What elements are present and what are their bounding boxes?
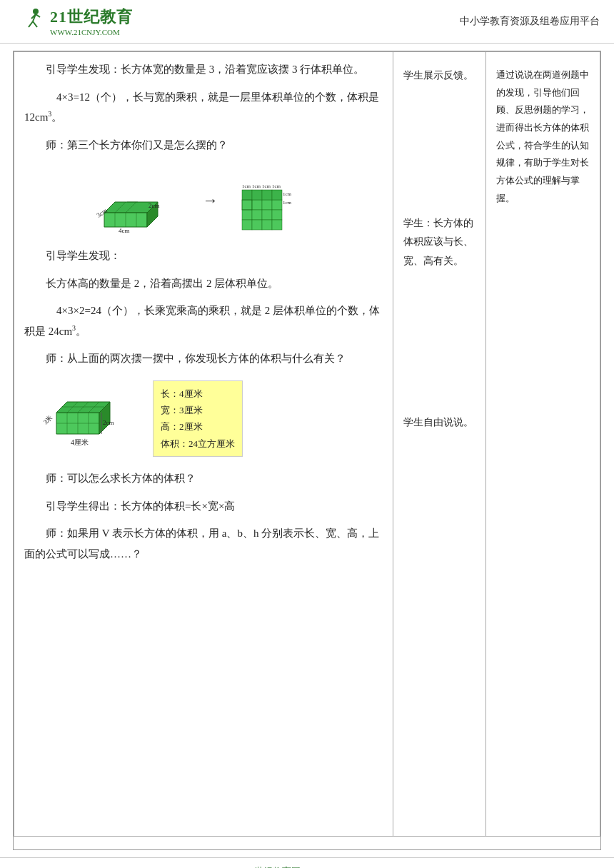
svg-line-5 <box>36 14 40 17</box>
para-1: 引导学生发现：长方体宽的数量是 3，沿着宽应该摆 3 行体积单位。 <box>24 59 383 80</box>
diagram-2: 4厘米 3米 2cm 长：4厘米 宽：3厘米 高：2厘米 体积：24立方厘米 <box>46 380 383 458</box>
svg-text:3米: 3米 <box>42 414 54 425</box>
svg-rect-20 <box>252 200 262 210</box>
para-discover: 引导学生发现： <box>24 246 383 266</box>
notes-text: 通过说说在两道例题中的发现，引导他们回顾、反思例题的学习，进而得出长方体的体积公… <box>496 59 590 208</box>
logo-icon <box>14 6 46 37</box>
box-3d-svg-1: 2cm 4cm 3cm <box>97 166 183 234</box>
content-table: 引导学生发现：长方体宽的数量是 3，沿着宽应该摆 3 行体积单位。 4×3=12… <box>14 51 600 837</box>
unit-cubes-group: 1cm 1cm 1cm 1cm 1cm 1cm <box>242 183 292 230</box>
para-7: 师：可以怎么求长方体的体积？ <box>24 468 383 489</box>
para-6: 师：从上面的两次摆一摆中，你发现长方体的体积与什么有关？ <box>24 348 383 369</box>
logo-area: 21世纪教育 WWW.21CNJY.COM <box>14 6 133 37</box>
info-box: 长：4厘米 宽：3厘米 高：2厘米 体积：24立方厘米 <box>153 380 243 458</box>
unit-cubes-svg: 1cm 1cm 1cm 1cm 1cm 1cm <box>238 168 310 233</box>
para-3: 师：第三个长方体你们又是怎么摆的？ <box>24 135 383 156</box>
svg-rect-22 <box>272 200 282 210</box>
page-footer: 21 世纪教育网(www.21cnjy.com) <box>0 857 614 868</box>
diagram-1: 2cm 4cm 3cm → <box>24 166 383 234</box>
student-text-1: 学生展示反馈。 <box>403 66 475 86</box>
logo-url: WWW.21CNJY.COM <box>50 28 133 36</box>
svg-rect-29 <box>262 220 272 230</box>
info-width: 宽：3厘米 <box>161 402 235 418</box>
svg-text:4厘米: 4厘米 <box>71 438 89 446</box>
svg-text:1cm: 1cm <box>283 191 292 197</box>
svg-rect-34 <box>272 190 282 200</box>
main-content-area: 引导学生发现：长方体宽的数量是 3，沿着宽应该摆 3 行体积单位。 4×3=12… <box>13 51 601 850</box>
para-5: 4×3×2=24（个），长乘宽乘高的乘积，就是 2 层体积单位的个数，体积是 2… <box>24 301 383 341</box>
svg-rect-28 <box>252 220 262 230</box>
para-4: 长方体高的数量是 2，沿着高摆出 2 层体积单位。 <box>24 273 383 294</box>
info-height: 高：2厘米 <box>161 418 235 435</box>
table-row-1: 引导学生发现：长方体宽的数量是 3，沿着宽应该摆 3 行体积单位。 4×3=12… <box>14 52 600 837</box>
logo-text-area: 21世纪教育 WWW.21CNJY.COM <box>50 6 133 36</box>
svg-rect-21 <box>262 200 272 210</box>
svg-text:1cm: 1cm <box>283 200 292 206</box>
svg-rect-31 <box>242 190 252 200</box>
page-header: 21世纪教育 WWW.21CNJY.COM 中小学教育资源及组卷应用平台 <box>0 0 614 44</box>
svg-text:2cm: 2cm <box>149 202 160 209</box>
para-8: 引导学生得出：长方体的体积=长×宽×高 <box>24 496 383 517</box>
notes-col: 通过说说在两道例题中的发现，引导他们回顾、反思例题的学习，进而得出长方体的体积公… <box>485 52 600 837</box>
student-text-3: 学生自由说说。 <box>403 413 475 433</box>
main-teaching-col: 引导学生发现：长方体宽的数量是 3，沿着宽应该摆 3 行体积单位。 4×3=12… <box>14 52 393 837</box>
svg-line-3 <box>33 21 37 27</box>
svg-rect-23 <box>242 210 252 220</box>
svg-rect-24 <box>252 210 262 220</box>
header-tagline: 中小学教育资源及组卷应用平台 <box>460 15 600 28</box>
box-3d-svg-2: 4厘米 3米 2cm <box>46 380 139 452</box>
arrow-icon: → <box>203 191 218 210</box>
svg-line-2 <box>29 21 33 27</box>
logo-title: 21世纪教育 <box>50 6 133 28</box>
para-9: 师：如果用 V 表示长方体的体积，用 a、b、h 分别表示长、宽、高，上面的公式… <box>24 523 383 564</box>
svg-rect-27 <box>242 220 252 230</box>
student-col: 学生展示反馈。 学生：长方体的体积应该与长、宽、高有关。 学生自由说说。 <box>393 52 485 837</box>
para-2: 4×3=12（个），长与宽的乘积，就是一层里体积单位的个数，体积是 12cm3。 <box>24 87 383 128</box>
svg-rect-26 <box>272 210 282 220</box>
svg-rect-30 <box>272 220 282 230</box>
svg-rect-33 <box>262 190 272 200</box>
svg-rect-19 <box>242 200 252 210</box>
info-length: 长：4厘米 <box>161 385 235 402</box>
svg-rect-25 <box>262 210 272 220</box>
info-volume: 体积：24立方厘米 <box>161 435 235 452</box>
svg-text:1cm: 1cm <box>242 183 251 189</box>
svg-text:1cm: 1cm <box>272 183 281 189</box>
svg-rect-32 <box>252 190 262 200</box>
svg-text:1cm: 1cm <box>262 183 271 189</box>
svg-text:1cm: 1cm <box>252 183 261 189</box>
svg-point-0 <box>33 9 39 14</box>
svg-text:2cm: 2cm <box>103 419 114 426</box>
student-text-2: 学生：长方体的体积应该与长、宽、高有关。 <box>403 214 475 271</box>
svg-text:4cm: 4cm <box>119 227 130 234</box>
